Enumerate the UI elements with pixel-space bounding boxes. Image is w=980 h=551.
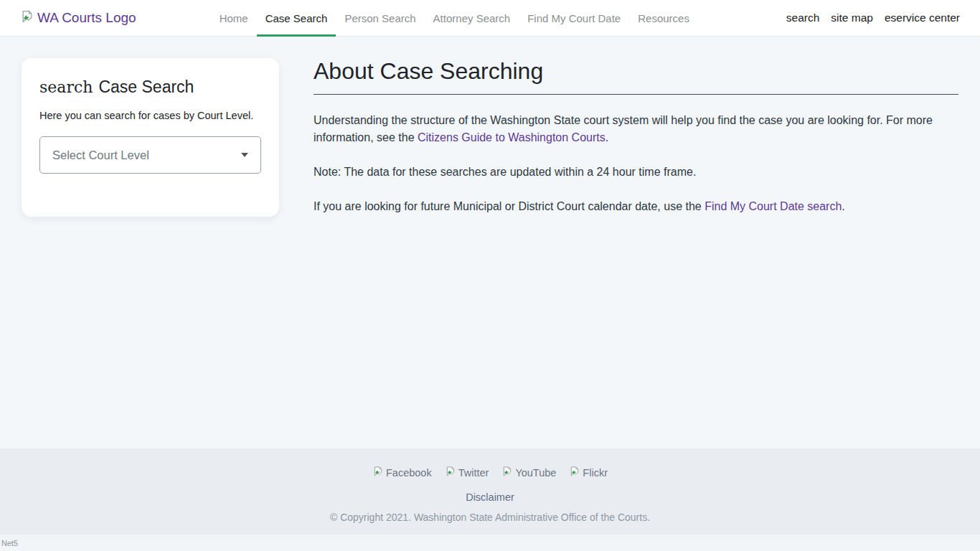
utility-search-link[interactable]: search — [786, 11, 820, 24]
nav-item-attorney-search[interactable]: Attorney Search — [425, 0, 519, 36]
nav-item-person-search[interactable]: Person Search — [336, 0, 424, 36]
paragraph-3-text: If you are looking for future Municipal … — [314, 200, 705, 212]
case-search-card-title: search Case Search — [39, 77, 261, 97]
broken-image-icon — [445, 466, 456, 479]
case-search-card: search Case Search Here you can search f… — [22, 58, 279, 217]
search-icon: search — [39, 78, 93, 96]
youtube-alt-text: YouTube — [515, 467, 556, 479]
youtube-link[interactable]: YouTube — [501, 466, 556, 479]
nav-item-home[interactable]: Home — [211, 0, 257, 36]
utility-site-map-link[interactable]: site map — [831, 11, 873, 24]
case-search-card-description: Here you can search for cases by Court L… — [39, 110, 261, 121]
broken-image-icon — [569, 466, 580, 479]
court-level-select[interactable]: Select Court Level — [39, 136, 261, 174]
disclaimer-link[interactable]: Disclaimer — [466, 491, 514, 503]
logo-alt-text: WA Courts Logo — [37, 10, 136, 26]
article-paragraph-3: If you are looking for future Municipal … — [314, 198, 958, 215]
utility-nav: search site map eservice center — [786, 0, 960, 36]
broken-image-icon — [501, 466, 513, 479]
paragraph-3-period: . — [842, 200, 844, 212]
wa-courts-logo-link[interactable]: WA Courts Logo — [20, 0, 136, 36]
browser-status-bar: Net5 — [0, 534, 980, 551]
paragraph-1-text: Understanding the structure of the Washi… — [314, 114, 933, 143]
chevron-down-icon — [241, 153, 248, 157]
facebook-alt-text: Facebook — [386, 467, 432, 479]
primary-nav: Home Case Search Person Search Attorney … — [211, 0, 698, 36]
utility-eservice-center-link[interactable]: eservice center — [885, 11, 960, 24]
nav-item-resources[interactable]: Resources — [629, 0, 698, 36]
status-bar-text: Net5 — [0, 539, 18, 547]
copyright-text: © Copyright 2021. Washington State Admin… — [330, 512, 650, 523]
flickr-alt-text: Flickr — [583, 467, 608, 479]
twitter-link[interactable]: Twitter — [445, 466, 489, 479]
case-search-card-title-text: Case Search — [98, 77, 194, 97]
article-paragraph-2: Note: The data for these searches are up… — [314, 164, 958, 181]
court-level-select-value: Select Court Level — [52, 149, 149, 162]
find-my-court-date-search-link[interactable]: Find My Court Date search — [705, 200, 842, 212]
flickr-link[interactable]: Flickr — [569, 466, 608, 479]
main-content: search Case Search Here you can search f… — [0, 37, 980, 448]
nav-item-case-search[interactable]: Case Search — [257, 0, 336, 36]
page-title: About Case Searching — [314, 57, 958, 95]
facebook-link[interactable]: Facebook — [372, 466, 432, 479]
citizens-guide-link[interactable]: Citizens Guide to Washington Courts — [418, 131, 606, 143]
about-case-searching-article: About Case Searching Understanding the s… — [314, 57, 958, 215]
broken-image-icon — [372, 466, 384, 479]
top-navbar: WA Courts Logo Home Case Search Person S… — [0, 0, 980, 37]
social-links-row: Facebook Twitter YouTube — [372, 466, 608, 479]
paragraph-1-period: . — [606, 131, 608, 143]
nav-item-find-my-court-date[interactable]: Find My Court Date — [519, 0, 629, 36]
article-paragraph-1: Understanding the structure of the Washi… — [314, 112, 958, 146]
page-footer: Facebook Twitter YouTube — [0, 448, 980, 534]
twitter-alt-text: Twitter — [458, 467, 489, 479]
broken-image-icon — [20, 9, 34, 27]
